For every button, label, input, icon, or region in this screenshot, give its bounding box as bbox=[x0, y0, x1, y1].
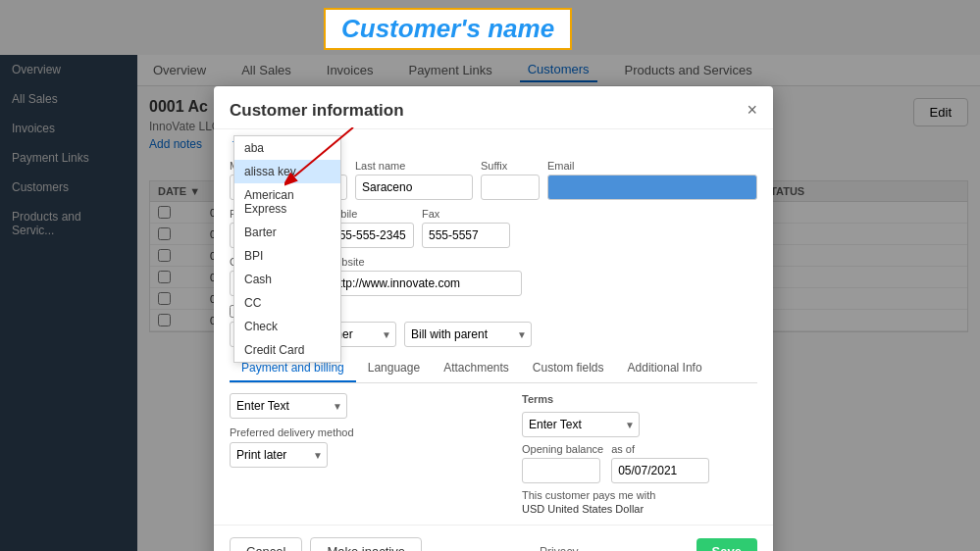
email-label: Email bbox=[547, 160, 757, 172]
payment-method-select[interactable]: Enter Text bbox=[230, 393, 347, 419]
modal-title: Customer information bbox=[230, 101, 404, 121]
pays-text: This customer pays me with bbox=[522, 489, 757, 501]
payment-method-group: Enter Text ▼ bbox=[230, 393, 502, 419]
fax-label: Fax bbox=[422, 208, 510, 220]
as-of-label: as of bbox=[611, 443, 709, 455]
dropdown-item-credit-card[interactable]: Credit Card bbox=[234, 338, 340, 362]
annotation-title: Customer's name bbox=[341, 14, 554, 43]
modal-header: Customer information × bbox=[214, 86, 773, 129]
dropdown-item-bpi[interactable]: BPI bbox=[234, 244, 340, 268]
email-input[interactable] bbox=[547, 175, 757, 200]
website-group: Website bbox=[326, 256, 522, 296]
arrow-annotation bbox=[284, 127, 363, 189]
modal-footer: Cancel Make inactive Privacy Save bbox=[214, 525, 773, 551]
cancel-button[interactable]: Cancel bbox=[230, 537, 302, 551]
terms-select[interactable]: Enter Text bbox=[522, 412, 640, 437]
svg-line-1 bbox=[294, 127, 353, 176]
terms-row: Terms Enter Text ▼ bbox=[522, 393, 757, 437]
balance-row: Opening balance as of bbox=[522, 443, 757, 483]
website-input[interactable] bbox=[326, 271, 522, 296]
footer-left-buttons: Cancel Make inactive bbox=[230, 537, 422, 551]
make-inactive-button[interactable]: Make inactive bbox=[310, 537, 421, 551]
suffix-input[interactable] bbox=[481, 175, 540, 200]
suffix-label: Suffix bbox=[481, 160, 540, 172]
dropdown-item-cash[interactable]: Cash bbox=[234, 268, 340, 291]
website-label: Website bbox=[326, 256, 522, 268]
last-name-group: Last name bbox=[355, 160, 473, 200]
terms-group: Terms Enter Text ▼ bbox=[522, 393, 640, 437]
delivery-method-select[interactable]: Print later bbox=[230, 442, 328, 468]
fax-input[interactable] bbox=[422, 223, 510, 248]
opening-balance-group: Opening balance bbox=[522, 443, 603, 483]
opening-balance-input[interactable] bbox=[522, 458, 600, 483]
terms-select-wrap[interactable]: Enter Text ▼ bbox=[522, 412, 640, 437]
annotation-box: Customer's name bbox=[324, 8, 572, 50]
as-of-input[interactable] bbox=[611, 458, 709, 483]
tab-additional-info[interactable]: Additional Info bbox=[616, 355, 714, 382]
pays-value: USD United States Dollar bbox=[522, 503, 757, 515]
payment-method-select-wrap[interactable]: Enter Text ▼ bbox=[230, 393, 347, 419]
as-of-group: as of bbox=[611, 443, 709, 483]
terms-label: Terms bbox=[522, 393, 640, 405]
dropdown-item-check[interactable]: Check bbox=[234, 315, 340, 338]
dropdown-item-barter[interactable]: Barter bbox=[234, 221, 340, 244]
opening-balance-label: Opening balance bbox=[522, 443, 603, 455]
tab-attachments[interactable]: Attachments bbox=[432, 355, 521, 382]
tab-custom-fields[interactable]: Custom fields bbox=[521, 355, 616, 382]
bill-parent-select[interactable]: Bill with parent bbox=[404, 322, 532, 347]
delivery-label: Preferred delivery method bbox=[230, 426, 354, 438]
last-name-input[interactable] bbox=[355, 175, 473, 200]
delivery-method-select-wrap[interactable]: Print later ▼ bbox=[230, 442, 328, 468]
payment-right: Terms Enter Text ▼ Opening balance bbox=[522, 393, 757, 515]
fax-group: Fax bbox=[422, 208, 510, 248]
payment-left: Enter Text ▼ Preferred delivery method P… bbox=[230, 393, 502, 515]
delivery-row: Preferred delivery method bbox=[230, 426, 502, 438]
payment-section: Enter Text ▼ Preferred delivery method P… bbox=[230, 393, 757, 515]
bill-parent-select-wrap[interactable]: Bill with parent ▼ bbox=[404, 322, 532, 347]
privacy-text: Privacy bbox=[540, 545, 578, 552]
email-group: Email bbox=[547, 160, 757, 200]
modal-close-button[interactable]: × bbox=[747, 100, 757, 121]
dropdown-item-cc[interactable]: CC bbox=[234, 291, 340, 315]
tab-language[interactable]: Language bbox=[356, 355, 432, 382]
save-button[interactable]: Save bbox=[696, 538, 757, 551]
last-name-label: Last name bbox=[355, 160, 473, 172]
suffix-group: Suffix bbox=[481, 160, 540, 200]
